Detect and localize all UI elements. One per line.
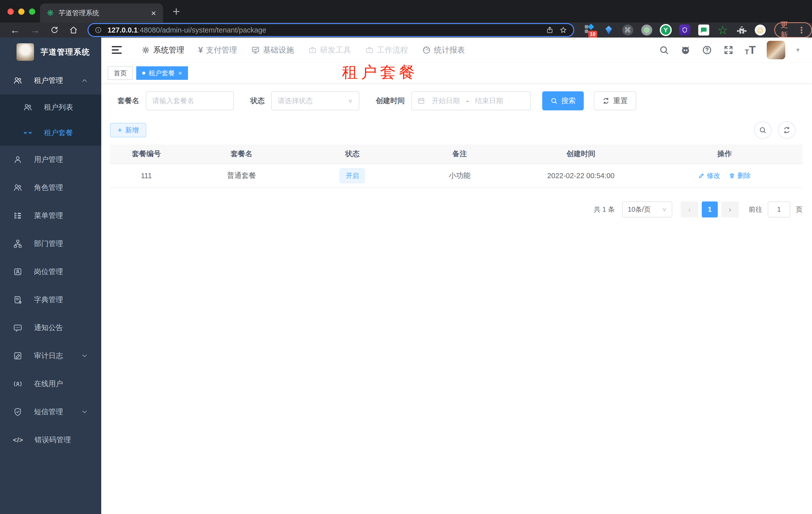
sidebar-item-menu-management[interactable]: 菜单管理	[0, 202, 101, 230]
sidebar-item-notice[interactable]: 通知公告	[0, 314, 101, 342]
pencil-icon	[698, 172, 705, 179]
star-extension-icon[interactable]: ☆	[717, 24, 729, 36]
github-icon[interactable]	[680, 45, 691, 55]
peoples-icon	[13, 183, 23, 192]
reset-button[interactable]: 重置	[594, 91, 636, 110]
url-text[interactable]: 127.0.0.1:48080/admin-ui/system/tenant/p…	[108, 26, 540, 34]
delete-link[interactable]: 删除	[729, 171, 751, 180]
caret-down-icon[interactable]: ▾	[796, 46, 800, 54]
bookmark-star-icon[interactable]	[559, 26, 567, 34]
gem-extension-icon[interactable]	[603, 24, 615, 36]
sidebar-item-dict-management[interactable]: 字典管理	[0, 286, 101, 314]
sidebar-item-audit-log[interactable]: 审计日志	[0, 342, 101, 370]
forward-button[interactable]: →	[30, 25, 40, 35]
edit-link[interactable]: 修改	[698, 171, 720, 180]
home-button[interactable]	[69, 26, 78, 34]
browser-update-button[interactable]: 更新 ⋮	[774, 22, 812, 38]
add-button[interactable]: + 新增	[110, 123, 146, 137]
sidebar-item-error-code[interactable]: </> 错误码管理	[0, 426, 101, 454]
app-header: 系统管理 ¥ 支付管理 基础设施 研发工具 工作流程 统计报表	[101, 37, 812, 62]
refresh-table-button[interactable]	[778, 121, 795, 139]
cell-created: 2022-02-22 00:54:00	[515, 172, 646, 180]
extensions-puzzle-icon[interactable]	[736, 24, 748, 36]
tag-tenant-package[interactable]: 租户套餐 ×	[136, 66, 188, 80]
browser-toolbar: ← → 127.0.0.1:48080/admin-ui/system/tena…	[0, 23, 812, 37]
browser-tab[interactable]: ❋ 芋道管理系统 ×	[40, 3, 163, 23]
shield-extension-icon[interactable]	[679, 24, 691, 36]
tab-close-icon[interactable]: ×	[151, 9, 156, 17]
online-signal-icon	[13, 379, 23, 389]
search-icon[interactable]	[659, 45, 669, 55]
toggle-search-button[interactable]	[754, 121, 772, 139]
current-page-button[interactable]: 1	[702, 201, 718, 217]
sidebar-item-user-management[interactable]: 用户管理	[0, 146, 101, 174]
emoji-extension-icon[interactable]: ☺	[755, 25, 766, 35]
sidebar-item-role-management[interactable]: 角色管理	[0, 174, 101, 202]
next-page-button[interactable]: ›	[721, 201, 739, 217]
cell-package-name: 普通套餐	[183, 171, 300, 181]
nav-item-report[interactable]: 统计报表	[422, 45, 465, 55]
closed-eyes-icon	[23, 128, 32, 138]
nav-item-dev-tools[interactable]: 研发工具	[308, 45, 351, 55]
tab-favicon-icon: ❋	[47, 9, 54, 17]
table-header: 状态	[300, 149, 405, 159]
gear-icon	[141, 46, 150, 55]
date-range-picker[interactable]: 开始日期 - 结束日期	[411, 91, 531, 110]
plus-icon: +	[117, 126, 122, 135]
sidebar-item-dept-management[interactable]: 部门管理	[0, 230, 101, 258]
browser-menu-icon[interactable]: ⋮	[797, 25, 806, 35]
app-logo-row[interactable]: 芋道管理系统	[0, 37, 101, 66]
sidebar-item-sms-management[interactable]: 短信管理	[0, 398, 101, 426]
search-button[interactable]: 搜索	[542, 91, 584, 110]
tree-table-icon	[13, 211, 23, 220]
fullscreen-icon[interactable]	[723, 45, 734, 55]
sidebar-item-tenant-list[interactable]: 租户列表	[0, 94, 101, 120]
url-bar[interactable]: 127.0.0.1:48080/admin-ui/system/tenant/p…	[88, 24, 573, 36]
back-button[interactable]: ←	[10, 25, 20, 35]
sidebar-fold-button[interactable]	[112, 44, 122, 56]
window-zoom-button[interactable]	[29, 8, 35, 15]
prev-page-button[interactable]: ‹	[681, 201, 698, 217]
font-size-icon[interactable]: TT	[745, 45, 756, 56]
chat-extension-icon[interactable]	[698, 24, 710, 36]
nav-item-payment[interactable]: ¥ 支付管理	[198, 45, 237, 55]
pagination-total: 共 1 条	[594, 205, 615, 214]
table-header: 操作	[647, 149, 803, 159]
package-name-input[interactable]: 请输入套餐名	[146, 91, 234, 110]
extension-with-badge-icon[interactable]: 10	[584, 24, 596, 36]
page-size-select[interactable]: 10条/页 ∨	[622, 201, 672, 217]
y-extension-icon[interactable]: Y	[660, 24, 672, 36]
site-info-icon[interactable]	[94, 26, 102, 34]
new-tab-button[interactable]: +	[173, 5, 180, 18]
sidebar-item-tenant-package[interactable]: 租户套餐	[0, 120, 101, 146]
table-header: 套餐名	[183, 149, 300, 159]
sidebar-item-label: 菜单管理	[34, 211, 63, 221]
recorder-extension-icon[interactable]	[641, 24, 653, 36]
reload-button[interactable]	[50, 26, 59, 34]
top-nav: 系统管理 ¥ 支付管理 基础设施 研发工具 工作流程 统计报表	[141, 45, 465, 55]
sidebar-item-post-management[interactable]: 岗位管理	[0, 258, 101, 286]
nav-item-workflow[interactable]: 工作流程	[365, 45, 408, 55]
tag-close-icon[interactable]: ×	[178, 69, 182, 77]
nav-item-infrastructure[interactable]: 基础设施	[251, 45, 294, 55]
sidebar-item-label: 租户管理	[34, 76, 63, 86]
sidebar-item-online-users[interactable]: 在线用户	[0, 370, 101, 398]
sidebar: 芋道管理系统 租户管理 租户列表 租户套餐 用户管理	[0, 37, 101, 514]
avatar[interactable]	[767, 41, 785, 59]
dictionary-icon	[13, 295, 23, 304]
table-toolbar: + 新增	[110, 121, 803, 139]
help-icon[interactable]	[702, 45, 712, 55]
command-extension-icon[interactable]: ⌘	[622, 24, 634, 36]
cell-remark: 小功能	[404, 171, 515, 181]
sidebar-item-label: 部门管理	[34, 239, 63, 249]
window-close-button[interactable]	[7, 8, 14, 15]
sidebar-item-label: 短信管理	[34, 407, 63, 417]
nav-item-system[interactable]: 系统管理	[141, 45, 184, 55]
status-select[interactable]: 请选择状态 ∨	[271, 91, 359, 110]
tag-home[interactable]: 首页	[108, 66, 133, 80]
window-minimize-button[interactable]	[18, 8, 25, 15]
share-icon[interactable]	[546, 26, 554, 34]
goto-page-input[interactable]: 1	[768, 201, 790, 217]
table-header: 套餐编号	[110, 149, 183, 159]
sidebar-item-tenant-management[interactable]: 租户管理	[0, 66, 101, 94]
